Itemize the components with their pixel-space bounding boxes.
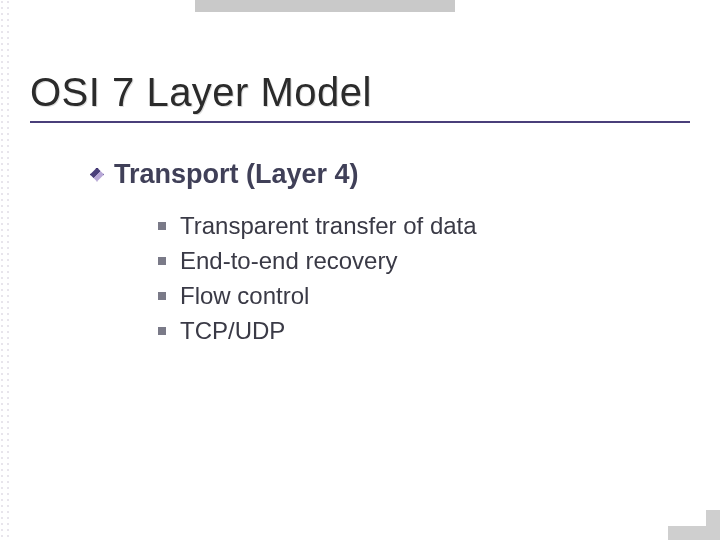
slide-title: OSI 7 Layer Model <box>30 70 690 115</box>
item-text: End-to-end recovery <box>180 247 397 275</box>
square-bullet-icon <box>158 222 166 230</box>
item-list: Transparent transfer of data End-to-end … <box>158 212 690 345</box>
square-bullet-icon <box>158 292 166 300</box>
item-text: TCP/UDP <box>180 317 285 345</box>
square-bullet-icon <box>158 327 166 335</box>
subhead-text: Transport (Layer 4) <box>114 159 359 190</box>
title-underline <box>30 121 690 123</box>
decorative-corner <box>668 510 720 540</box>
square-bullet-icon <box>158 257 166 265</box>
subhead-row: Transport (Layer 4) <box>90 159 690 190</box>
item-text: Flow control <box>180 282 309 310</box>
list-item: Transparent transfer of data <box>158 212 690 240</box>
diamond-bullet-icon <box>90 168 104 182</box>
list-item: TCP/UDP <box>158 317 690 345</box>
list-item: Flow control <box>158 282 690 310</box>
list-item: End-to-end recovery <box>158 247 690 275</box>
item-text: Transparent transfer of data <box>180 212 477 240</box>
slide-body: OSI 7 Layer Model Transport (Layer 4) Tr… <box>0 0 720 540</box>
